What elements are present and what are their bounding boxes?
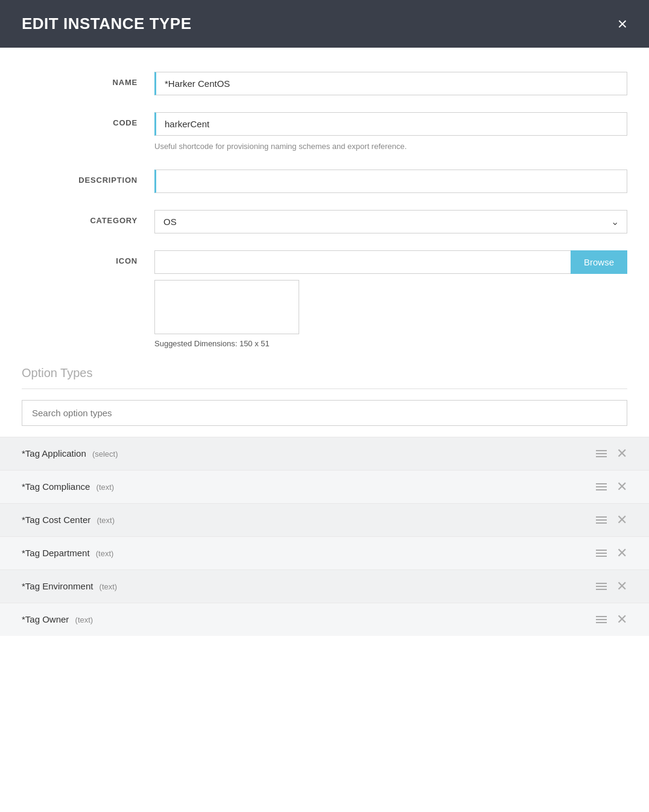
icon-preview (154, 280, 299, 334)
option-types-title: Option Types (22, 366, 92, 379)
list-item: *Tag Environment (text) ✕ (0, 569, 649, 603)
close-icon[interactable]: ✕ (616, 480, 627, 493)
category-label: CATEGORY (22, 210, 154, 225)
name-label: NAME (22, 72, 154, 87)
icon-input-wrap: Browse (154, 250, 627, 274)
option-item-type: (text) (96, 549, 114, 558)
option-item-label: *Tag Environment (text) (22, 581, 117, 591)
close-icon[interactable]: ✕ (616, 580, 627, 593)
code-hint: Useful shortcode for provisioning naming… (154, 141, 627, 153)
option-item-label: *Tag Cost Center (text) (22, 515, 115, 525)
edit-instance-type-modal: EDIT INSTANCE TYPE × NAME CODE Useful sh… (0, 0, 649, 812)
drag-handle-icon[interactable] (596, 483, 607, 490)
search-wrap (0, 389, 649, 437)
option-list: *Tag Application (select) ✕ *Tag Complia… (0, 437, 649, 636)
drag-handle-icon[interactable] (596, 450, 607, 457)
name-input[interactable] (154, 72, 627, 95)
category-select-wrap: OS Web Database Cache Message Queue Othe… (154, 210, 627, 233)
list-item: *Tag Application (select) ✕ (0, 437, 649, 470)
description-control-wrap (154, 170, 627, 193)
modal-header: EDIT INSTANCE TYPE × (0, 0, 649, 48)
option-item-label: *Tag Application (select) (22, 448, 118, 458)
category-control-wrap: OS Web Database Cache Message Queue Othe… (154, 210, 627, 233)
option-item-type: (text) (97, 483, 115, 492)
option-item-actions: ✕ (596, 513, 627, 527)
drag-handle-icon[interactable] (596, 516, 607, 524)
modal-title: EDIT INSTANCE TYPE (22, 14, 192, 33)
code-row: CODE Useful shortcode for provisioning n… (22, 112, 627, 153)
icon-input[interactable] (154, 250, 571, 274)
description-row: DESCRIPTION (22, 170, 627, 193)
option-item-type: (text) (97, 516, 115, 525)
close-icon[interactable]: ✕ (616, 547, 627, 560)
name-row: NAME (22, 72, 627, 95)
option-types-header: Option Types (0, 366, 649, 389)
close-icon[interactable]: ✕ (616, 447, 627, 460)
list-item: *Tag Department (text) ✕ (0, 536, 649, 569)
option-item-actions: ✕ (596, 547, 627, 560)
option-item-actions: ✕ (596, 447, 627, 460)
category-select[interactable]: OS Web Database Cache Message Queue Othe… (154, 210, 627, 233)
code-input[interactable] (154, 112, 627, 136)
search-input[interactable] (22, 400, 627, 426)
description-label: DESCRIPTION (22, 170, 154, 185)
code-label: CODE (22, 112, 154, 127)
option-item-label: *Tag Compliance (text) (22, 481, 114, 492)
option-item-actions: ✕ (596, 480, 627, 493)
option-item-actions: ✕ (596, 613, 627, 626)
name-control-wrap (154, 72, 627, 95)
list-item: *Tag Owner (text) ✕ (0, 603, 649, 636)
close-icon[interactable]: ✕ (616, 613, 627, 626)
code-control-wrap: Useful shortcode for provisioning naming… (154, 112, 627, 153)
option-item-type: (text) (100, 582, 118, 591)
icon-dimensions: Suggested Dimensions: 150 x 51 (154, 339, 627, 348)
icon-control-wrap: Browse Suggested Dimensions: 150 x 51 (154, 250, 627, 348)
list-item: *Tag Compliance (text) ✕ (0, 470, 649, 503)
option-item-type: (text) (75, 615, 93, 624)
drag-handle-icon[interactable] (596, 583, 607, 590)
description-input[interactable] (154, 170, 627, 193)
close-icon[interactable]: ✕ (616, 513, 627, 527)
option-types-section: Option Types *Tag Application (select) (0, 366, 649, 636)
option-item-label: *Tag Owner (text) (22, 614, 93, 624)
icon-label: ICON (22, 250, 154, 265)
close-icon[interactable]: × (618, 16, 627, 33)
form-section: NAME CODE Useful shortcode for provision… (0, 72, 649, 348)
browse-button[interactable]: Browse (571, 250, 627, 274)
drag-handle-icon[interactable] (596, 550, 607, 557)
option-item-type: (select) (92, 449, 118, 458)
modal-body: NAME CODE Useful shortcode for provision… (0, 48, 649, 812)
option-item-actions: ✕ (596, 580, 627, 593)
list-item: *Tag Cost Center (text) ✕ (0, 503, 649, 536)
option-item-label: *Tag Department (text) (22, 548, 113, 558)
drag-handle-icon[interactable] (596, 616, 607, 623)
category-row: CATEGORY OS Web Database Cache Message Q… (22, 210, 627, 233)
icon-row: ICON Browse Suggested Dimensions: 150 x … (22, 250, 627, 348)
